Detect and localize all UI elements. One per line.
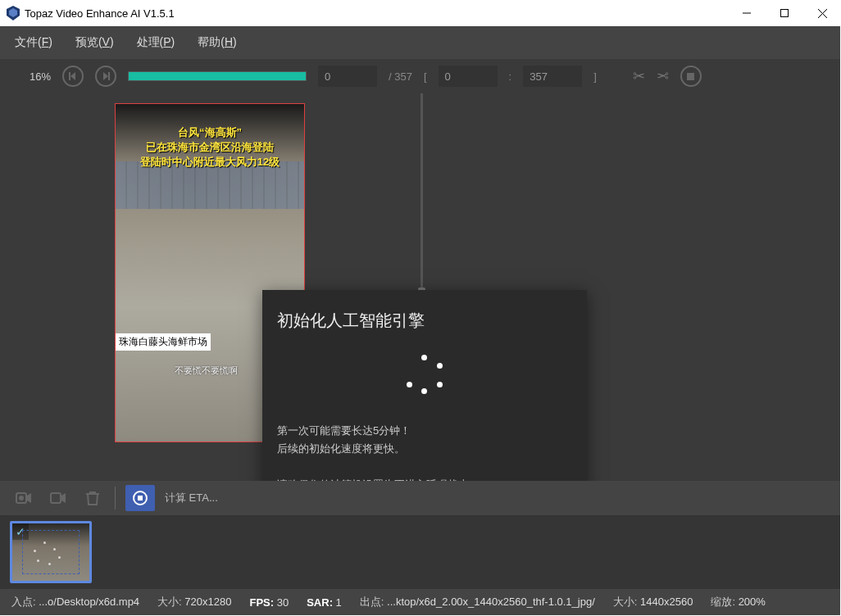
window-controls (728, 0, 841, 26)
svg-point-11 (19, 496, 24, 500)
close-button[interactable] (803, 0, 841, 26)
trash-icon[interactable] (80, 487, 105, 510)
zoom-percent: 16% (15, 70, 51, 83)
spinner-icon (405, 355, 444, 394)
range-sep: : (509, 70, 512, 83)
svg-marker-4 (70, 72, 75, 80)
caption-sub: 不要慌不要慌啊 (175, 365, 238, 377)
menu-file[interactable]: 文件(F) (15, 35, 52, 50)
app-logo-icon (7, 6, 20, 20)
next-frame-button[interactable] (95, 66, 116, 87)
eta-text: 计算 ETA... (165, 491, 218, 505)
menubar: 文件(F) 预览(V) 处理(P) 帮助(H) (0, 26, 840, 59)
range-end-field[interactable]: 357 (523, 66, 582, 87)
record-in-icon[interactable] (11, 487, 36, 510)
bracket-open: [ (424, 70, 427, 83)
dialog-title: 初始化人工智能引擎 (277, 310, 572, 332)
tool-row: 16% 0 / 357 [ 0 : 357 ] ✂ ✂ (0, 59, 840, 93)
bracket-close: ] (593, 70, 597, 83)
progress-bar[interactable] (128, 71, 307, 81)
svg-marker-13 (61, 493, 66, 503)
dialog-line1: 第一次可能需要长达5分钟！ (277, 422, 572, 440)
svg-rect-1 (781, 10, 789, 17)
separator (115, 487, 116, 510)
clip-thumbnail[interactable]: ✓ (10, 521, 92, 583)
clip-strip: ✓ (0, 515, 840, 589)
caption-location: 珠海白藤头海鲜市场 (116, 333, 211, 351)
prev-frame-button[interactable] (62, 66, 84, 87)
frame-total: / 357 (389, 70, 412, 83)
svg-rect-8 (687, 73, 694, 80)
cut-out-icon[interactable]: ✂ (657, 67, 669, 85)
maximize-button[interactable] (766, 0, 803, 26)
frame-current-field[interactable]: 0 (318, 66, 377, 87)
window-title: Topaz Video Enhance AI V1.5.1 (25, 7, 175, 20)
svg-rect-15 (138, 496, 143, 500)
preview-area: 台风“海高斯” 已在珠海市金湾区沿海登陆 登陆时中心附近最大风力12级 珠海白藤… (0, 93, 840, 481)
app-body: 文件(F) 预览(V) 处理(P) 帮助(H) 16% 0 / 357 [ 0 … (0, 26, 840, 615)
cut-in-icon[interactable]: ✂ (633, 67, 645, 85)
range-start-field[interactable]: 0 (439, 66, 498, 87)
menu-process[interactable]: 处理(P) (137, 35, 175, 50)
caption-main: 台风“海高斯” 已在珠海市金湾区沿海登陆 登陆时中心附近最大风力12级 (116, 125, 304, 170)
minimize-button[interactable] (728, 0, 766, 26)
dialog-line2: 后续的初始化速度将更快。 (277, 440, 572, 458)
dialog-note: 请确保您的计算机设置为不进入睡眠状态。 (277, 476, 572, 481)
svg-marker-10 (27, 493, 31, 503)
control-bar: 计算 ETA... (0, 481, 840, 515)
status-bar: 入点: ...o/Desktop/x6d.mp4 大小: 720x1280 FP… (0, 589, 840, 615)
stop-processing-button[interactable] (125, 485, 155, 511)
record-out-icon[interactable] (46, 487, 70, 510)
titlebar: Topaz Video Enhance AI V1.5.1 (0, 0, 841, 26)
menu-help[interactable]: 帮助(H) (198, 35, 236, 50)
svg-marker-6 (103, 72, 108, 80)
menu-preview[interactable]: 预览(V) (75, 35, 114, 50)
svg-rect-12 (51, 493, 61, 503)
stop-preview-button[interactable] (680, 66, 702, 87)
loading-dialog: 初始化人工智能引擎 第一次可能需要长达5分钟！ 后续的初始化速度将更快。 请确保… (262, 290, 587, 481)
